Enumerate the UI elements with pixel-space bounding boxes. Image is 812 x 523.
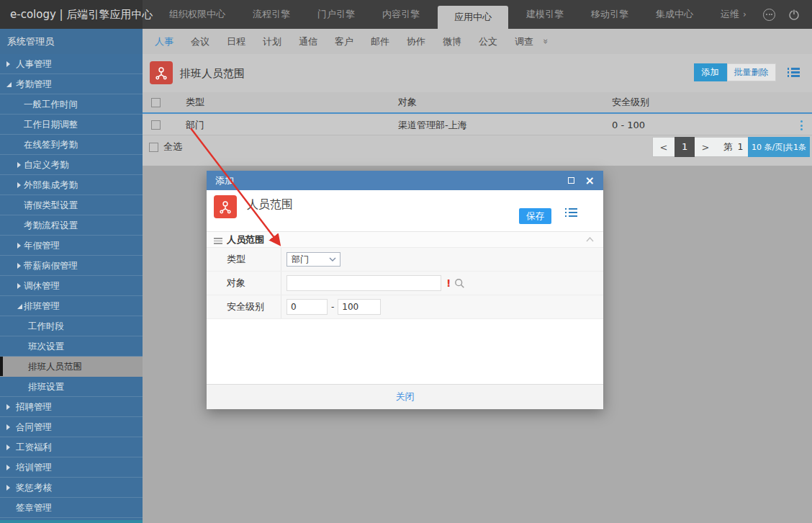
header-checkbox[interactable] bbox=[151, 98, 161, 107]
sidebar-item-21[interactable]: 奖惩考核 bbox=[0, 478, 143, 498]
subnav-item-10[interactable]: 调查 bbox=[506, 35, 542, 48]
page-block: 排班人员范围 添加 批量删除 类型 对象 安全级别 部门 渠道管理部-上海 0 … bbox=[143, 54, 812, 166]
sidebar-role-header: 系统管理员 bbox=[0, 29, 143, 54]
sidebar-item-14[interactable]: 班次设置 bbox=[0, 336, 143, 357]
sidebar-menu: 人事管理考勤管理一般工作时间工作日期调整在线签到考勤自定义考勤外部集成考勤请假类… bbox=[0, 54, 143, 523]
subnav-item-8[interactable]: 微博 bbox=[434, 35, 470, 48]
sidebar-item-19[interactable]: 工资福利 bbox=[0, 437, 143, 457]
sidebar-item-label: 一般工作时间 bbox=[24, 99, 78, 109]
sidebar-item-6[interactable]: 外部集成考勤 bbox=[0, 175, 143, 195]
topbar-nav-item-7[interactable]: 集成中心 bbox=[642, 0, 707, 29]
sidebar-item-3[interactable]: 工作日期调整 bbox=[0, 115, 143, 135]
sidebar-item-8[interactable]: 考勤流程设置 bbox=[0, 215, 143, 236]
form-section-header[interactable]: 人员范围 bbox=[207, 232, 603, 248]
sidebar-item-17[interactable]: 招聘管理 bbox=[0, 397, 143, 417]
security-to-input[interactable] bbox=[338, 299, 381, 315]
topbar-nav-item-5[interactable]: 建模引擎 bbox=[513, 0, 577, 29]
type-select[interactable]: 部门 bbox=[287, 252, 340, 267]
subnav-item-3[interactable]: 计划 bbox=[254, 35, 290, 48]
maximize-icon[interactable] bbox=[568, 177, 574, 184]
select-all-checkbox[interactable] bbox=[149, 143, 158, 152]
topbar-nav-item-8[interactable]: 运维› bbox=[707, 0, 760, 29]
sidebar-item-label: 请假类型设置 bbox=[24, 200, 78, 210]
dialog-form: 类型 部门 对象 ! 安全级别 bbox=[207, 248, 603, 319]
collapse-chevron-icon[interactable] bbox=[586, 237, 594, 242]
sidebar-item-label: 考勤管理 bbox=[16, 79, 52, 89]
dialog-title: 添加 bbox=[215, 175, 234, 186]
sidebar-item-20[interactable]: 培训管理 bbox=[0, 457, 143, 478]
sidebar-item-10[interactable]: 带薪病假管理 bbox=[0, 256, 143, 276]
sidebar-item-0[interactable]: 人事管理 bbox=[0, 54, 143, 74]
page-size-info[interactable]: 10 条/页|共1条 bbox=[748, 137, 810, 157]
topbar-nav-item-2[interactable]: 门户引擎 bbox=[304, 0, 369, 29]
dialog-titlebar[interactable]: 添加 × bbox=[207, 171, 603, 190]
chevron-down-icon bbox=[329, 257, 336, 262]
security-label: 安全级别 bbox=[227, 295, 264, 318]
column-header-target: 对象 bbox=[398, 92, 417, 112]
sidebar-item-label: 人事管理 bbox=[16, 58, 52, 69]
sidebar-item-5[interactable]: 自定义考勤 bbox=[0, 155, 143, 175]
sidebar-item-9[interactable]: 年假管理 bbox=[0, 236, 143, 256]
subnav-item-4[interactable]: 通信 bbox=[290, 35, 326, 48]
power-icon[interactable] bbox=[788, 8, 800, 21]
sidebar-item-12[interactable]: 排班管理 bbox=[0, 296, 143, 316]
close-icon[interactable]: × bbox=[585, 175, 595, 187]
subnav-item-5[interactable]: 客户 bbox=[326, 35, 362, 48]
subnav-item-2[interactable]: 日程 bbox=[218, 35, 254, 48]
list-view-icon[interactable] bbox=[788, 66, 800, 79]
close-link[interactable]: 关闭 bbox=[396, 390, 415, 403]
select-all[interactable]: 全选 bbox=[149, 137, 182, 157]
more-options-icon[interactable] bbox=[763, 9, 775, 21]
sidebar-item-16[interactable]: 排班设置 bbox=[0, 377, 143, 397]
current-page-button[interactable]: 1 bbox=[675, 137, 695, 157]
topbar: e-cology | 后端引擎应用中心 组织权限中心流程引擎门户引擎内容引擎应用… bbox=[0, 0, 812, 29]
prev-page-button[interactable]: < bbox=[653, 142, 675, 153]
batch-delete-button[interactable]: 批量删除 bbox=[727, 63, 776, 81]
sidebar-item-11[interactable]: 调休管理 bbox=[0, 276, 143, 296]
sidebar-item-18[interactable]: 合同管理 bbox=[0, 417, 143, 437]
sidebar-item-label: 外部集成考勤 bbox=[24, 179, 78, 190]
subnav-item-7[interactable]: 协作 bbox=[398, 35, 434, 48]
subnav-item-1[interactable]: 会议 bbox=[182, 35, 218, 48]
subnav-item-9[interactable]: 公文 bbox=[470, 35, 506, 48]
subnav-item-6[interactable]: 邮件 bbox=[362, 35, 398, 48]
table-row[interactable]: 部门 渠道管理部-上海 0 - 100 bbox=[143, 115, 812, 135]
required-mark: ! bbox=[446, 277, 451, 289]
dialog-header-title: 人员范围 bbox=[247, 197, 293, 213]
topbar-nav-item-6[interactable]: 移动引擎 bbox=[577, 0, 642, 29]
save-button[interactable]: 保存 bbox=[519, 208, 551, 224]
subnav-item-0[interactable]: 人事 bbox=[146, 35, 182, 48]
next-page-button[interactable]: > bbox=[695, 142, 716, 153]
dialog-list-view-icon[interactable] bbox=[565, 206, 578, 219]
row-checkbox[interactable] bbox=[151, 120, 161, 130]
topbar-nav-item-4[interactable]: 应用中心 bbox=[438, 6, 508, 29]
topbar-nav-label: 组织权限中心 bbox=[169, 9, 225, 19]
row-menu-dots-icon[interactable] bbox=[800, 120, 803, 130]
sidebar-item-7[interactable]: 请假类型设置 bbox=[0, 195, 143, 215]
sidebar-item-1[interactable]: 考勤管理 bbox=[0, 74, 143, 94]
topbar-nav-item-3[interactable]: 内容引擎 bbox=[369, 0, 433, 29]
sidebar-item-22[interactable]: 签章管理 bbox=[0, 498, 143, 518]
add-button[interactable]: 添加 bbox=[694, 63, 727, 81]
sidebar-item-4[interactable]: 在线签到考勤 bbox=[0, 135, 143, 155]
security-from-input[interactable] bbox=[287, 299, 328, 315]
sidebar-item-label: 年假管理 bbox=[24, 240, 60, 251]
dialog-window-controls: × bbox=[568, 171, 595, 190]
target-label: 对象 bbox=[227, 272, 245, 295]
sidebar-bottom-strip bbox=[0, 520, 143, 523]
table-header-row: 类型 对象 安全级别 bbox=[143, 92, 812, 114]
org-person-icon bbox=[150, 61, 173, 84]
sidebar-item-15[interactable]: 排班人员范围 bbox=[0, 357, 143, 377]
subnav-more-icon[interactable]: » bbox=[541, 39, 551, 45]
target-input[interactable] bbox=[287, 275, 441, 291]
sidebar-item-13[interactable]: 工作时段 bbox=[0, 316, 143, 336]
dialog-footer: 关闭 bbox=[207, 384, 603, 409]
topbar-nav-item-0[interactable]: 组织权限中心 bbox=[155, 0, 239, 29]
topbar-nav-label: 运维 bbox=[721, 9, 739, 19]
sidebar-item-2[interactable]: 一般工作时间 bbox=[0, 94, 143, 115]
sidebar-item-label: 签章管理 bbox=[16, 502, 52, 513]
search-icon[interactable] bbox=[454, 278, 465, 289]
topbar-nav-item-1[interactable]: 流程引擎 bbox=[239, 0, 304, 29]
collapsed-arrow-icon bbox=[17, 263, 21, 269]
section-drag-icon bbox=[214, 236, 222, 246]
